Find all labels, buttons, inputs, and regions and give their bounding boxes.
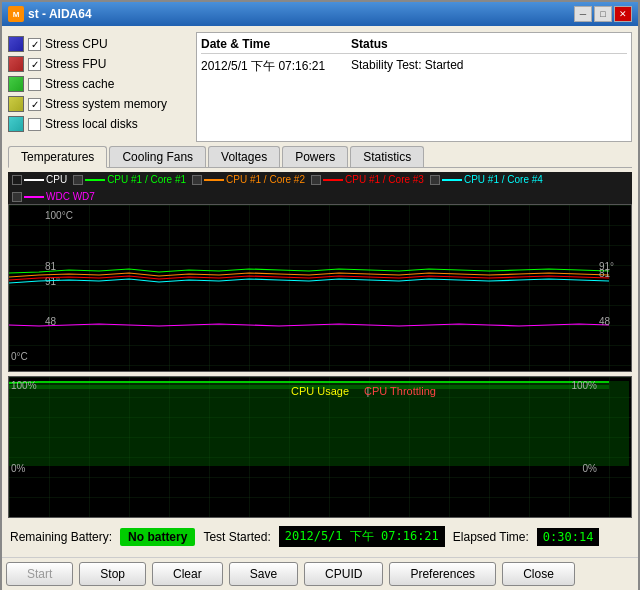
- tab-temperatures[interactable]: Temperatures: [8, 146, 107, 168]
- header-status: Status: [351, 37, 388, 51]
- legend-core4-color: [442, 179, 462, 181]
- legend-wdc-label: WDC WD7: [46, 191, 95, 202]
- title-bar: M st - AIDA64 ─ □ ✕: [2, 2, 638, 26]
- temperature-chart: 100°C 81 91° 48 0°C: [8, 204, 632, 372]
- svg-text:CPU Usage: CPU Usage: [291, 385, 349, 397]
- legend-core4-checkbox[interactable]: [430, 175, 440, 185]
- minimize-button[interactable]: ─: [574, 6, 592, 22]
- start-button[interactable]: Start: [6, 562, 73, 586]
- tab-voltages[interactable]: Voltages: [208, 146, 280, 167]
- legend-wdc-checkbox[interactable]: [12, 192, 22, 202]
- checkbox-stress-cache[interactable]: Stress cache: [8, 76, 188, 92]
- legend-core2-color: [204, 179, 224, 181]
- legend-core3-color: [323, 179, 343, 181]
- legend-core2-label: CPU #1 / Core #2: [226, 174, 305, 185]
- stress-cpu-checkbox[interactable]: [28, 38, 41, 51]
- battery-value: No battery: [120, 528, 195, 546]
- main-window: M st - AIDA64 ─ □ ✕ Stress CPU Stres: [0, 0, 640, 590]
- button-bar: Start Stop Clear Save CPUID Preferences …: [2, 557, 638, 590]
- memory-icon: [8, 96, 24, 112]
- legend-core1-label: CPU #1 / Core #1: [107, 174, 186, 185]
- stress-disk-checkbox[interactable]: [28, 118, 41, 131]
- stress-fpu-label: Stress FPU: [45, 57, 106, 71]
- svg-text:CPU Throttling: CPU Throttling: [364, 385, 436, 397]
- window-title: st - AIDA64: [28, 7, 92, 21]
- info-datetime: 2012/5/1 下午 07:16:21: [201, 58, 351, 75]
- legend-core2: CPU #1 / Core #2: [192, 174, 305, 185]
- stress-cache-label: Stress cache: [45, 77, 114, 91]
- info-header: Date & Time Status: [201, 37, 627, 54]
- elapsed-label: Elapsed Time:: [453, 530, 529, 544]
- content-area: Stress CPU Stress FPU Stress cache Stres…: [2, 26, 638, 557]
- chart-section: CPU CPU #1 / Core #1 CPU #1 / Core #2: [8, 172, 632, 518]
- cpu-usage-chart: 100% 0% 100% 0% CPU Usage | CPU Throttli…: [8, 376, 632, 519]
- tab-cooling[interactable]: Cooling Fans: [109, 146, 206, 167]
- cpuid-button[interactable]: CPUID: [304, 562, 383, 586]
- legend-core3-label: CPU #1 / Core #3: [345, 174, 424, 185]
- tab-powers[interactable]: Powers: [282, 146, 348, 167]
- checkboxes-panel: Stress CPU Stress FPU Stress cache Stres…: [8, 32, 188, 142]
- legend-cpu-color: [24, 179, 44, 181]
- svg-text:0%: 0%: [583, 463, 598, 474]
- test-started-value: 2012/5/1 下午 07:16:21: [279, 526, 445, 547]
- legend-wdc: WDC WD7: [12, 191, 95, 202]
- legend-core3: CPU #1 / Core #3: [311, 174, 424, 185]
- tab-statistics[interactable]: Statistics: [350, 146, 424, 167]
- title-controls: ─ □ ✕: [574, 6, 632, 22]
- legend-core1-checkbox[interactable]: [73, 175, 83, 185]
- checkbox-stress-memory[interactable]: Stress system memory: [8, 96, 188, 112]
- stop-button[interactable]: Stop: [79, 562, 146, 586]
- info-status: Stability Test: Started: [351, 58, 464, 75]
- battery-label: Remaining Battery:: [10, 530, 112, 544]
- elapsed-value: 0:30:14: [537, 528, 600, 546]
- legend-cpu-checkbox[interactable]: [12, 175, 22, 185]
- svg-rect-0: [9, 205, 631, 371]
- stress-memory-checkbox[interactable]: [28, 98, 41, 111]
- status-bar: Remaining Battery: No battery Test Start…: [8, 522, 632, 551]
- maximize-button[interactable]: □: [594, 6, 612, 22]
- info-panel: Date & Time Status 2012/5/1 下午 07:16:21 …: [196, 32, 632, 142]
- legend-cpu-label: CPU: [46, 174, 67, 185]
- svg-text:100%: 100%: [11, 380, 37, 391]
- tabs-section: Temperatures Cooling Fans Voltages Power…: [8, 146, 632, 168]
- legend-core2-checkbox[interactable]: [192, 175, 202, 185]
- app-icon: M: [8, 6, 24, 22]
- legend-core4: CPU #1 / Core #4: [430, 174, 543, 185]
- stress-disk-label: Stress local disks: [45, 117, 138, 131]
- window-close-button[interactable]: ✕: [614, 6, 632, 22]
- cache-icon: [8, 76, 24, 92]
- svg-text:81: 81: [599, 268, 611, 279]
- stress-cache-checkbox[interactable]: [28, 78, 41, 91]
- save-button[interactable]: Save: [229, 562, 298, 586]
- legend-core1-color: [85, 179, 105, 181]
- checkbox-stress-fpu[interactable]: Stress FPU: [8, 56, 188, 72]
- cpu-chart-svg: 100% 0% 100% 0% CPU Usage | CPU Throttli…: [9, 377, 631, 518]
- stress-cpu-label: Stress CPU: [45, 37, 108, 51]
- svg-text:100%: 100%: [571, 380, 597, 391]
- tab-bar: Temperatures Cooling Fans Voltages Power…: [8, 146, 632, 168]
- svg-text:0°C: 0°C: [11, 351, 28, 362]
- legend-wdc-color: [24, 196, 44, 198]
- legend-cpu: CPU: [12, 174, 67, 185]
- temp-chart-legend: CPU CPU #1 / Core #1 CPU #1 / Core #2: [8, 172, 632, 204]
- cpu-icon: [8, 36, 24, 52]
- close-button[interactable]: Close: [502, 562, 575, 586]
- temp-chart-svg: 100°C 81 91° 48 0°C: [9, 205, 631, 371]
- svg-text:48: 48: [599, 316, 611, 327]
- header-datetime: Date & Time: [201, 37, 351, 51]
- svg-text:0%: 0%: [11, 463, 26, 474]
- disk-icon: [8, 116, 24, 132]
- stress-fpu-checkbox[interactable]: [28, 58, 41, 71]
- svg-text:100°C: 100°C: [45, 210, 73, 221]
- top-section: Stress CPU Stress FPU Stress cache Stres…: [8, 32, 632, 142]
- legend-core3-checkbox[interactable]: [311, 175, 321, 185]
- checkbox-stress-disk[interactable]: Stress local disks: [8, 116, 188, 132]
- test-started-label: Test Started:: [203, 530, 270, 544]
- preferences-button[interactable]: Preferences: [389, 562, 496, 586]
- legend-core4-label: CPU #1 / Core #4: [464, 174, 543, 185]
- title-bar-left: M st - AIDA64: [8, 6, 92, 22]
- clear-button[interactable]: Clear: [152, 562, 223, 586]
- checkbox-stress-cpu[interactable]: Stress CPU: [8, 36, 188, 52]
- stress-memory-label: Stress system memory: [45, 97, 167, 111]
- legend-core1: CPU #1 / Core #1: [73, 174, 186, 185]
